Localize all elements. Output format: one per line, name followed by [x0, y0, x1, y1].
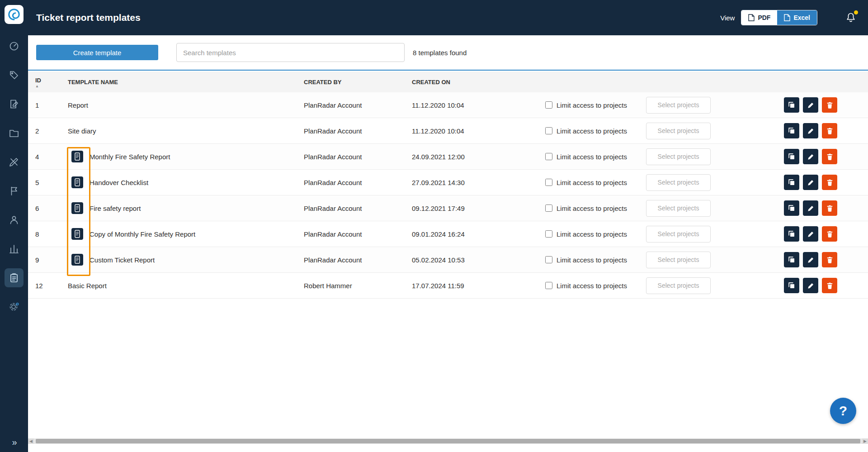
column-header-created-on[interactable]: CREATED ON: [412, 79, 545, 86]
excel-view-button[interactable]: Excel: [777, 10, 817, 25]
row-actions: [711, 200, 868, 216]
sidebar: »: [0, 0, 28, 452]
statistics-chart-icon: [9, 243, 19, 254]
select-projects-cell: Select projects: [646, 200, 711, 217]
delete-button[interactable]: [822, 175, 837, 190]
select-projects-button[interactable]: Select projects: [646, 123, 711, 139]
sidebar-item-dashboard[interactable]: [5, 37, 24, 56]
help-button[interactable]: ?: [830, 398, 856, 424]
row-name-cell: Custom Ticket Report: [68, 254, 304, 266]
select-projects-button[interactable]: Select projects: [646, 174, 711, 191]
duplicate-button[interactable]: [784, 123, 799, 138]
delete-button[interactable]: [822, 97, 837, 113]
created-on: 09.12.2021 17:49: [412, 205, 545, 212]
pdf-label: PDF: [758, 14, 770, 21]
duplicate-icon: [788, 281, 796, 290]
contacts-person-icon: [9, 214, 19, 225]
edit-pencil-icon: [807, 127, 815, 135]
limit-access-checkbox[interactable]: [545, 282, 552, 289]
view-label: View: [720, 14, 735, 22]
template-name: Monthly Fire Safety Report: [90, 153, 170, 161]
duplicate-button[interactable]: [784, 97, 799, 113]
delete-button[interactable]: [822, 278, 837, 293]
select-projects-button[interactable]: Select projects: [646, 226, 711, 243]
sidebar-item-settings[interactable]: [5, 297, 24, 316]
select-projects-button[interactable]: Select projects: [646, 148, 711, 165]
edit-button[interactable]: [803, 175, 818, 190]
duplicate-button[interactable]: [784, 226, 799, 242]
scrollbar-thumb[interactable]: [36, 439, 860, 443]
sidebar-item-plans[interactable]: [5, 95, 24, 114]
select-projects-button[interactable]: Select projects: [646, 252, 711, 268]
table-row: 8 Copy of Monthly Fire Safety Report Pla…: [28, 221, 868, 247]
duplicate-button[interactable]: [784, 200, 799, 216]
duplicate-button[interactable]: [784, 149, 799, 164]
edit-button[interactable]: [803, 200, 818, 216]
column-header-created-by[interactable]: CREATED BY: [304, 79, 412, 86]
search-input[interactable]: [176, 43, 405, 62]
scroll-left-arrow-icon[interactable]: ◀: [28, 438, 34, 444]
notifications-button[interactable]: [845, 12, 857, 24]
sidebar-item-report-templates[interactable]: [5, 268, 24, 287]
edit-pencil-icon: [807, 230, 815, 238]
table-row: 12 Basic Report Robert Hammer 17.07.2024…: [28, 273, 868, 299]
report-templates-clipboard-icon: [9, 272, 19, 283]
delete-button[interactable]: [822, 200, 837, 216]
pdf-view-button[interactable]: PDF: [741, 10, 777, 25]
top-bar: Ticket report templates View PDF Excel: [28, 0, 868, 35]
edit-pencil-icon: [807, 282, 815, 290]
row-id: 12: [28, 282, 68, 290]
sort-ascending-icon: ▲: [35, 84, 68, 89]
limit-access-checkbox[interactable]: [545, 101, 552, 109]
created-on: 11.12.2020 10:04: [412, 101, 545, 109]
sidebar-item-projects[interactable]: [5, 124, 24, 143]
limit-access-checkbox[interactable]: [545, 179, 552, 186]
edit-button[interactable]: [803, 149, 818, 164]
limit-access-checkbox[interactable]: [545, 230, 552, 238]
limit-access-checkbox[interactable]: [545, 205, 552, 212]
select-projects-button[interactable]: Select projects: [646, 277, 711, 294]
tag-icon: [9, 70, 19, 81]
scroll-right-arrow-icon[interactable]: ▶: [862, 438, 868, 444]
select-projects-button[interactable]: Select projects: [646, 200, 711, 217]
column-header-template-name[interactable]: TEMPLATE NAME: [68, 79, 304, 86]
sidebar-item-tags[interactable]: [5, 66, 24, 85]
edit-pencil-icon: [807, 153, 815, 161]
edit-button[interactable]: [803, 252, 818, 267]
sidebar-item-tickets[interactable]: [5, 181, 24, 200]
select-projects-cell: Select projects: [646, 123, 711, 139]
planradar-logo[interactable]: [5, 5, 24, 24]
delete-button[interactable]: [822, 252, 837, 267]
delete-button[interactable]: [822, 149, 837, 164]
limit-access-checkbox[interactable]: [545, 256, 552, 263]
created-by: PlanRadar Account: [304, 256, 412, 264]
row-id: 4: [28, 153, 68, 161]
sidebar-item-contacts[interactable]: [5, 210, 24, 229]
edit-pencil-icon: [807, 205, 815, 212]
duplicate-button[interactable]: [784, 252, 799, 267]
edit-button[interactable]: [803, 97, 818, 113]
delete-button[interactable]: [822, 123, 837, 138]
column-header-id[interactable]: ID ▲: [28, 75, 68, 89]
create-template-button[interactable]: Create template: [36, 45, 158, 60]
horizontal-scrollbar[interactable]: ◀ ▶: [28, 438, 868, 444]
edit-button[interactable]: [803, 226, 818, 242]
duplicate-icon: [788, 101, 796, 109]
row-name-cell: Fire safety report: [68, 202, 304, 214]
delete-button[interactable]: [822, 226, 837, 242]
duplicate-button[interactable]: [784, 278, 799, 293]
edit-button[interactable]: [803, 278, 818, 293]
created-on: 09.01.2024 16:24: [412, 230, 545, 238]
select-projects-button[interactable]: Select projects: [646, 97, 711, 114]
sidebar-item-tools[interactable]: [5, 152, 24, 171]
sidebar-item-statistics[interactable]: [5, 239, 24, 258]
sidebar-collapse-button[interactable]: »: [12, 437, 16, 447]
edit-button[interactable]: [803, 123, 818, 138]
limit-access-checkbox[interactable]: [545, 127, 552, 134]
templates-table: ID ▲ TEMPLATE NAME CREATED BY CREATED ON…: [28, 71, 868, 299]
limit-access-label: Limit access to projects: [557, 179, 627, 186]
duplicate-button[interactable]: [784, 175, 799, 190]
limit-access-label: Limit access to projects: [557, 127, 627, 135]
limit-access-checkbox[interactable]: [545, 153, 552, 160]
duplicate-icon: [788, 204, 796, 212]
